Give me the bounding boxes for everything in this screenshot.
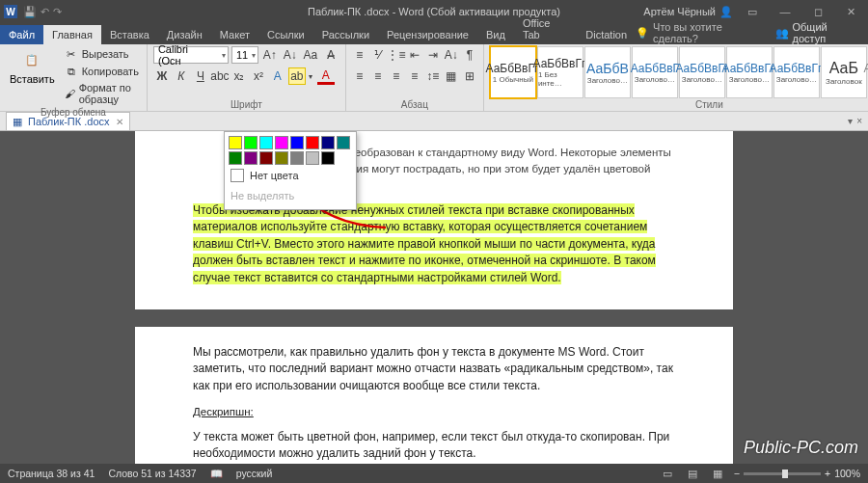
share-icon: 👥 [775, 27, 789, 40]
tab-file[interactable]: Файл [0, 25, 43, 44]
read-mode-icon[interactable]: ▭ [659, 467, 676, 480]
font-color-button[interactable]: A [317, 67, 335, 85]
language-status[interactable]: русский [236, 468, 273, 479]
subscript-button[interactable]: x₂ [231, 67, 248, 85]
highlighted-text: Чтобы избежать добавление ненужных стиле… [193, 203, 656, 284]
tab-design[interactable]: Дизайн [158, 25, 211, 44]
zoom-out-icon[interactable]: − [734, 468, 740, 479]
font-size-combo[interactable]: 11 [231, 46, 258, 64]
style-item[interactable]: АаБЗаголовок [821, 46, 867, 98]
color-swatch[interactable] [275, 151, 288, 165]
color-swatch[interactable] [306, 151, 319, 165]
qat-save-icon[interactable]: 💾 [23, 6, 37, 18]
show-marks-icon[interactable]: ¶ [462, 46, 477, 64]
bold-button[interactable]: Ж [153, 67, 171, 85]
tab-home[interactable]: Главная [43, 25, 101, 44]
superscript-button[interactable]: x² [250, 67, 267, 85]
user-name: Артём Чёрный [643, 6, 716, 17]
text-effects-icon[interactable]: A [269, 67, 286, 85]
borders-icon[interactable]: ⊞ [462, 67, 477, 85]
tab-mailings[interactable]: Рассылки [313, 25, 378, 44]
tab-officetab[interactable]: Office Tab [514, 13, 577, 44]
color-swatch[interactable] [244, 136, 258, 149]
numbering-icon[interactable]: ⅟ [370, 46, 386, 64]
color-swatch[interactable] [290, 136, 304, 149]
tab-layout[interactable]: Макет [211, 25, 258, 44]
grow-font-icon[interactable]: A↑ [261, 46, 279, 64]
tab-view[interactable]: Вид [477, 25, 514, 44]
close-tab-icon[interactable]: ✕ [116, 117, 123, 127]
minimize-icon[interactable]: — [772, 6, 799, 17]
style-item[interactable]: АаБбВвГЗаголово… [632, 46, 678, 98]
color-swatch[interactable] [337, 136, 350, 149]
color-swatches [229, 136, 352, 165]
style-item[interactable]: АаБбВвГг,Заголово… [726, 46, 773, 98]
align-left-icon[interactable]: ≡ [352, 67, 367, 85]
color-swatch[interactable] [244, 151, 258, 165]
spell-check-icon[interactable]: 📖 [210, 468, 223, 480]
document-area[interactable]: Нет цвета Не выделять Текст будет преобр… [0, 131, 868, 464]
share-button[interactable]: 👥Общий доступ [775, 21, 861, 44]
color-swatch[interactable] [259, 136, 273, 149]
underline-button[interactable]: Ч [192, 67, 209, 85]
tab-review[interactable]: Рецензирование [378, 25, 477, 44]
justify-icon[interactable]: ≡ [407, 67, 422, 85]
tab-close-icon[interactable]: × [856, 116, 862, 126]
align-center-icon[interactable]: ≡ [370, 67, 386, 85]
tab-references[interactable]: Ссылки [258, 25, 313, 44]
color-swatch[interactable] [259, 151, 273, 165]
print-layout-icon[interactable]: ▤ [684, 467, 701, 480]
italic-button[interactable]: К [173, 67, 190, 85]
color-swatch[interactable] [275, 136, 288, 149]
font-name-combo[interactable]: Calibri (Осн [153, 46, 229, 64]
cut-icon: ✂ [65, 47, 78, 61]
copy-button[interactable]: ⧉Копировать [63, 64, 141, 79]
tab-menu-icon[interactable]: ▾ [848, 116, 853, 126]
style-item[interactable]: АаБбВвГг,Заголово… [773, 46, 820, 98]
color-swatch[interactable] [306, 136, 319, 149]
page-status[interactable]: Страница 38 из 41 [8, 468, 95, 479]
no-color-option[interactable]: Нет цвета [229, 165, 352, 186]
style-item[interactable]: АаБбВвГг,1 Без инте… [537, 46, 583, 98]
clear-format-icon[interactable]: A̶ [322, 46, 339, 64]
shrink-font-icon[interactable]: A↓ [282, 46, 299, 64]
highlight-color-button[interactable]: ab [288, 67, 306, 85]
sort-icon[interactable]: A↓ [444, 46, 459, 64]
qat-undo-icon[interactable]: ↶ [41, 6, 49, 18]
color-swatch[interactable] [321, 151, 335, 165]
close-icon[interactable]: ✕ [837, 6, 864, 18]
color-swatch[interactable] [229, 151, 242, 165]
style-item[interactable]: АаБбВвГгЗаголово… [679, 46, 725, 98]
tab-dictation[interactable]: Dictation [577, 25, 636, 44]
zoom-in-icon[interactable]: + [825, 468, 830, 479]
zoom-slider[interactable] [744, 472, 821, 475]
paste-button[interactable]: 📋 Вставить [6, 46, 59, 87]
zoom-level[interactable]: 100% [834, 468, 860, 479]
strike-button[interactable]: abc [211, 67, 229, 85]
inc-indent-icon[interactable]: ⇥ [425, 46, 441, 64]
color-swatch[interactable] [290, 151, 304, 165]
tell-me[interactable]: 💡Что вы хотите сделать? [636, 21, 765, 44]
no-color-icon [231, 169, 244, 182]
tab-insert[interactable]: Вставка [101, 25, 158, 44]
bullets-icon[interactable]: ≡ [352, 46, 367, 64]
color-swatch[interactable] [321, 136, 335, 149]
web-layout-icon[interactable]: ▦ [709, 467, 726, 480]
style-item[interactable]: АаБбВвГг,1 Обычный [490, 46, 536, 98]
shading-icon[interactable]: ▦ [444, 67, 459, 85]
qat-redo-icon[interactable]: ↷ [53, 6, 62, 18]
style-item[interactable]: АаБбВЗаголово… [584, 46, 631, 98]
color-swatch[interactable] [229, 136, 242, 149]
align-right-icon[interactable]: ≡ [389, 67, 404, 85]
ribbon-options-icon[interactable]: ▭ [739, 6, 766, 18]
line-spacing-icon[interactable]: ↕≡ [425, 67, 441, 85]
format-painter-button[interactable]: 🖌Формат по образцу [63, 81, 141, 106]
group-paragraph: ≡ ⅟ ⋮≡ ⇤ ⇥ A↓ ¶ ≡ ≡ ≡ ≡ ↕≡ ▦ ⊞ Абзац [346, 44, 484, 111]
multilevel-icon[interactable]: ⋮≡ [389, 46, 404, 64]
cut-button[interactable]: ✂Вырезать [63, 46, 141, 62]
word-count[interactable]: Слово 51 из 14337 [108, 468, 196, 479]
maximize-icon[interactable]: ◻ [804, 6, 831, 18]
dec-indent-icon[interactable]: ⇤ [407, 46, 422, 64]
change-case-icon[interactable]: Aa [302, 46, 319, 64]
user-account[interactable]: Артём Чёрный 👤 [643, 6, 733, 18]
